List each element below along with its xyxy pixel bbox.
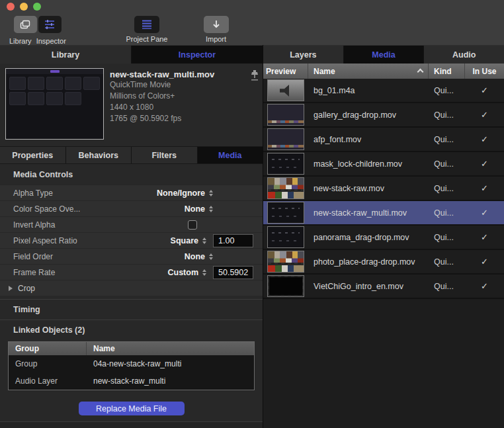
- media-row-in-use-check: ✓: [465, 281, 504, 291]
- popup-stepper-icon: [209, 253, 213, 260]
- pixel-aspect-ratio-row: Pixel Aspect Ratio Square: [0, 232, 263, 248]
- media-list-row[interactable]: new-stack-raw_multi.mov Qui... ✓: [263, 201, 504, 226]
- media-row-name: photo_place-drag-drop.mov: [308, 257, 429, 267]
- popup-stepper-icon: [202, 237, 206, 244]
- pin-icon[interactable]: [250, 69, 259, 83]
- media-resolution-detail: 1440 x 1080: [110, 102, 245, 113]
- pixel-aspect-ratio-popup[interactable]: Square: [171, 236, 206, 245]
- media-row-preview-cell: [263, 177, 308, 199]
- media-list-row[interactable]: panorama_drag-drop.mov Qui... ✓: [263, 226, 504, 250]
- media-row-in-use-check: ✓: [465, 183, 504, 193]
- tab-inspector[interactable]: Inspector: [132, 46, 263, 64]
- media-list-row[interactable]: photo_place-drag-drop.mov Qui... ✓: [263, 250, 504, 275]
- tab-filters[interactable]: Filters: [132, 147, 198, 163]
- media-depth-detail: Millions of Colors+: [110, 91, 245, 102]
- linked-object-group: Audio Layer: [9, 376, 87, 386]
- preview-column-header[interactable]: Preview: [263, 64, 308, 79]
- app-window: Library Inspector Project Pane: [0, 0, 504, 428]
- media-row-in-use-check: ✓: [465, 232, 504, 242]
- right-panel-tabs: Layers Media Audio: [263, 46, 504, 64]
- inspector-panel: new-stack-raw_multi.mov QuickTime Movie …: [0, 64, 263, 428]
- preview-window-titlebar: [6, 69, 103, 74]
- disclosure-triangle-icon[interactable]: [9, 286, 13, 291]
- project-pane-button[interactable]: [134, 16, 159, 33]
- field-order-label: Field Order: [13, 252, 53, 261]
- tab-behaviors[interactable]: Behaviors: [66, 147, 132, 163]
- media-row-name: mask_lock-children.mov: [308, 159, 429, 169]
- media-row-kind: Qui...: [429, 282, 465, 291]
- media-row-preview-cell: [263, 153, 308, 175]
- media-row-kind: Qui...: [429, 184, 465, 193]
- media-row-preview-cell: [263, 251, 308, 273]
- color-space-row: Color Space Ove... None: [0, 200, 263, 216]
- inspector-subtabs: Properties Behaviors Filters Media: [0, 146, 263, 164]
- library-icon: [19, 18, 32, 31]
- media-list-row[interactable]: mask_lock-children.mov Qui... ✓: [263, 152, 504, 177]
- tab-properties[interactable]: Properties: [0, 147, 66, 163]
- media-row-preview-cell: [263, 79, 308, 101]
- media-row-kind: Qui...: [429, 257, 465, 267]
- media-row-kind: Qui...: [429, 159, 465, 169]
- sort-ascending-icon: [417, 69, 424, 75]
- library-toggle-button[interactable]: [14, 16, 37, 33]
- linked-objects-section-title: Linked Objects (2): [0, 320, 263, 340]
- linked-objects-table: Group Name Group 04a-new-stack-raw_multi…: [8, 341, 255, 390]
- media-list-row[interactable]: gallery_drag-drop.mov Qui... ✓: [263, 103, 504, 128]
- color-space-popup[interactable]: None: [185, 204, 213, 214]
- media-list-row[interactable]: afp_font.mov Qui... ✓: [263, 128, 504, 152]
- media-row-in-use-check: ✓: [465, 208, 504, 218]
- media-row-name: VietChiGo_intro_en.mov: [308, 282, 429, 291]
- frame-rate-popup[interactable]: Custom: [167, 268, 206, 277]
- frame-rate-field[interactable]: [213, 266, 253, 279]
- field-order-popup[interactable]: None: [185, 252, 213, 261]
- inspector-toolbar-label: Inspector: [36, 37, 66, 45]
- invert-alpha-checkbox[interactable]: [188, 220, 197, 230]
- left-panel-tabs: Library Inspector: [0, 46, 263, 64]
- media-thumbnail: [267, 128, 304, 150]
- media-list-row[interactable]: bg_01.m4a Qui... ✓: [263, 79, 504, 103]
- in-use-column-header[interactable]: In Use: [465, 64, 504, 79]
- alpha-type-popup[interactable]: None/Ignore: [157, 189, 213, 198]
- media-row-in-use-check: ✓: [465, 110, 504, 120]
- name-column-header[interactable]: Name: [308, 64, 429, 79]
- panel-bottom-strip: [0, 421, 263, 428]
- kind-column-header[interactable]: Kind: [429, 64, 465, 79]
- linked-object-group: Group: [9, 359, 87, 368]
- media-thumbnail: [267, 251, 304, 273]
- tab-audio[interactable]: Audio: [424, 46, 504, 64]
- frame-rate-label: Frame Rate: [13, 268, 55, 277]
- alpha-type-row: Alpha Type None/Ignore: [0, 185, 263, 200]
- replace-media-file-button[interactable]: Replace Media File: [79, 402, 185, 415]
- minimize-window-button[interactable]: [20, 3, 28, 11]
- popup-stepper-icon: [209, 190, 213, 196]
- zoom-window-button[interactable]: [33, 3, 41, 11]
- linked-object-row[interactable]: Group 04a-new-stack-raw_multi: [9, 355, 254, 372]
- import-arrow-icon: [211, 19, 222, 30]
- linked-object-name: 04a-new-stack-raw_multi: [87, 359, 254, 368]
- media-list-header: Preview Name Kind In Use: [263, 64, 504, 79]
- timing-section-title: Timing: [0, 300, 263, 320]
- media-thumbnail: [267, 104, 304, 126]
- tab-layers[interactable]: Layers: [263, 46, 344, 64]
- media-thumbnail: [267, 226, 304, 248]
- close-window-button[interactable]: [7, 3, 15, 11]
- import-button[interactable]: [204, 16, 229, 33]
- invert-alpha-label: Invert Alpha: [13, 220, 55, 230]
- media-row-preview-cell: [263, 275, 308, 297]
- tab-media[interactable]: Media: [344, 46, 425, 64]
- media-row-kind: Qui...: [429, 233, 465, 242]
- media-list-row[interactable]: new-stack-raw.mov Qui... ✓: [263, 177, 504, 201]
- invert-alpha-row: Invert Alpha: [0, 216, 263, 232]
- crop-row[interactable]: Crop: [0, 280, 263, 296]
- media-framerate-detail: 1765 @ 50.5902 fps: [110, 113, 245, 124]
- linked-object-row[interactable]: Audio Layer new-stack-raw_multi: [9, 372, 254, 390]
- tab-media-inspector[interactable]: Media: [198, 147, 263, 163]
- project-pane-icon: [141, 19, 153, 30]
- alpha-type-label: Alpha Type: [13, 189, 53, 198]
- media-row-in-use-check: ✓: [465, 134, 504, 144]
- inspector-toggle-button[interactable]: [38, 16, 62, 33]
- pixel-aspect-ratio-field[interactable]: [213, 234, 253, 247]
- tab-library[interactable]: Library: [0, 46, 132, 64]
- media-list-row[interactable]: VietChiGo_intro_en.mov Qui... ✓: [263, 275, 504, 299]
- library-inspector-segment: Library Inspector: [9, 16, 66, 45]
